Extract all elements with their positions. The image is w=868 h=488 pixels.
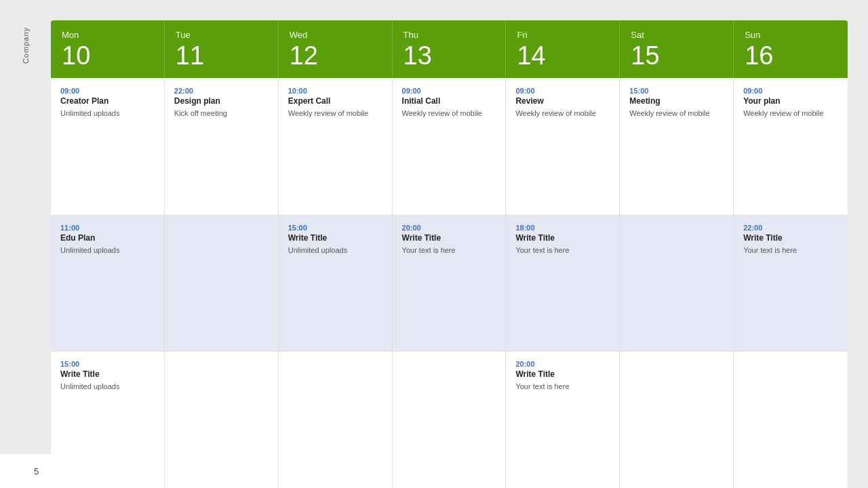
row1-cell-3: 09:00 Initial Call Weekly review of mobi…	[393, 79, 507, 215]
row3-cell-6	[734, 352, 848, 488]
row2-cell-6: 22:00 Write Title Your text is here	[734, 216, 848, 352]
row3-cell-4: 20:00 Write Title Your text is here	[506, 352, 620, 488]
header-day-sat: Sat 15	[620, 20, 734, 78]
calendar-row-2: 11:00 Edu Plan Unlimited uploads 15:00 W…	[51, 215, 848, 352]
calendar-row-3: 15:00 Write Title Unlimited uploads 20:0…	[51, 351, 848, 488]
header-day-thu: Thu 13	[393, 20, 507, 78]
row2-cell-3: 20:00 Write Title Your text is here	[393, 216, 507, 352]
row2-cell-2: 15:00 Write Title Unlimited uploads	[279, 216, 393, 352]
calendar: Mon 10 Tue 11 Wed 12 Thu 13 Fri 14 Sat 1…	[51, 20, 848, 488]
row1-cell-5: 15:00 Meeting Weekly review of mobile	[620, 79, 734, 215]
company-label: Company	[22, 27, 30, 64]
calendar-row-1: 09:00 Creator Plan Unlimited uploads 22:…	[51, 78, 848, 215]
page-number: 5	[34, 466, 39, 476]
main-content: Mon 10 Tue 11 Wed 12 Thu 13 Fri 14 Sat 1…	[51, 0, 868, 488]
row3-cell-3	[393, 352, 507, 488]
header-day-fri: Fri 14	[506, 20, 620, 78]
calendar-header: Mon 10 Tue 11 Wed 12 Thu 13 Fri 14 Sat 1…	[51, 20, 848, 78]
row2-cell-5	[620, 216, 734, 352]
header-day-sun: Sun 16	[734, 20, 848, 78]
row1-cell-2: 10:00 Expert Call Weekly review of mobil…	[279, 79, 393, 215]
sidebar: Company	[0, 0, 51, 488]
calendar-body: 09:00 Creator Plan Unlimited uploads 22:…	[51, 78, 848, 488]
row1-cell-0: 09:00 Creator Plan Unlimited uploads	[51, 79, 165, 215]
footer: 5	[0, 454, 73, 488]
row2-cell-0: 11:00 Edu Plan Unlimited uploads	[51, 216, 165, 352]
row3-cell-5	[620, 352, 734, 488]
row1-cell-4: 09:00 Review Weekly review of mobile	[506, 79, 620, 215]
row3-cell-2	[279, 352, 393, 488]
row1-cell-1: 22:00 Design plan Kick off meeting	[165, 79, 279, 215]
header-day-wed: Wed 12	[279, 20, 393, 78]
row1-cell-6: 09:00 Your plan Weekly review of mobile	[734, 79, 848, 215]
header-day-mon: Mon 10	[51, 20, 165, 78]
row2-cell-4: 18:00 Write Title Your text is here	[506, 216, 620, 352]
row3-cell-1	[165, 352, 279, 488]
row2-cell-1	[165, 216, 279, 352]
header-day-tue: Tue 11	[165, 20, 279, 78]
